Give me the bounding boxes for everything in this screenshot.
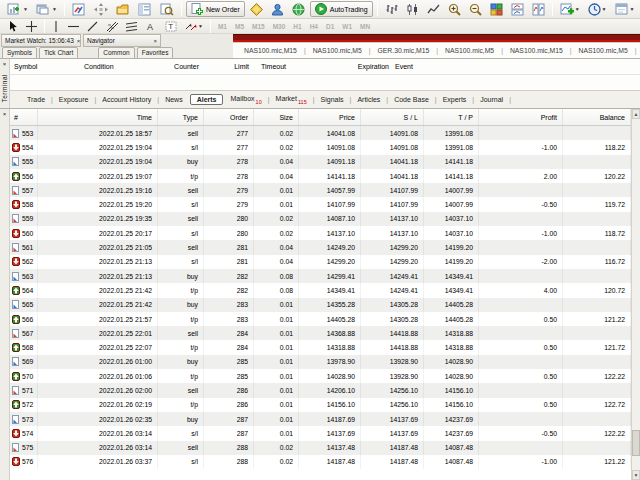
arrow-label-tool-button[interactable]: A [143,20,160,33]
metaeditor-button[interactable] [157,1,177,17]
terminal-tab-code-base[interactable]: Code Base [389,95,434,104]
terminal-tab-account-history[interactable]: Account History [97,95,156,104]
history-header-type[interactable]: Type [158,109,204,125]
history-row[interactable]: 5552022.01.25 19:04buy2780.0414091.18140… [10,155,631,169]
tile-windows-button[interactable] [487,1,506,17]
timeframe-w1-button[interactable]: W1 [338,23,356,30]
timeframe-m5-button[interactable]: M5 [231,23,248,30]
chart-tab[interactable]: NAS100.mic,M15 [238,47,303,54]
history-header-size[interactable]: Size [254,109,299,125]
history-row[interactable]: 5602022.01.25 20:17s/l2800.0214137.10141… [10,226,631,240]
chart-tab[interactable]: NAS100.mic,M5 [307,47,368,54]
terminal-tab-market[interactable]: Market115 [271,94,312,106]
timeframe-h1-button[interactable]: H1 [289,23,305,30]
tile-vertically-button[interactable] [529,1,548,17]
history-row[interactable]: 5712022.01.26 02:00sell2860.0114206.1014… [10,383,631,397]
autotrading-button[interactable]: AutoTrading [310,1,373,17]
strategy-tester-toggle-button[interactable] [135,1,155,17]
history-row[interactable]: 5642022.01.25 21:42t/p2820.0814349.41142… [10,283,631,297]
history-row[interactable]: 5662022.01.25 21:57t/p2830.0114405.28143… [10,312,631,326]
navigator-tab-favorites[interactable]: Favorites [137,47,174,58]
history-row[interactable]: 5732022.01.26 02:35buy2870.0114187.69141… [10,412,631,426]
history-row[interactable]: 5582022.01.25 19:20s/l2790.0114107.99141… [10,197,631,211]
mql5-button[interactable] [247,1,266,17]
history-row[interactable]: 5612022.01.25 21:05sell2810.0414249.2014… [10,240,631,254]
history-row[interactable]: 5672022.01.25 22:01sell2840.0114368.8814… [10,326,631,340]
history-header-tp[interactable]: T / P [424,109,479,125]
market-watch-toggle-button[interactable] [69,1,89,17]
terminal-tab-signals[interactable]: Signals [316,95,349,104]
scrollbar-thumb[interactable] [632,430,640,456]
chart-tab[interactable]: GER.30.mic,M15 [372,47,436,54]
market-watch-tab-symbols[interactable]: Symbols [2,47,37,58]
close-icon[interactable]: × [3,60,7,68]
chart-tab[interactable]: NAS100.mic,M5 [439,47,500,54]
tile-horizontally-button[interactable] [508,1,527,17]
history-row[interactable]: 5542022.01.25 19:04s/l2770.0214091.08140… [10,140,631,154]
line-chart-button[interactable] [424,1,443,17]
trendline-tool-button[interactable] [84,20,101,33]
fibonacci-tool-button[interactable] [103,20,121,33]
terminal-tab-alerts[interactable]: Alerts [190,94,224,105]
alerts-empty-list[interactable] [10,75,640,90]
scroll-up-icon[interactable]: ▲ [632,109,640,119]
close-icon[interactable]: × [3,110,7,118]
history-header-sl[interactable]: S / L [361,109,424,125]
close-icon[interactable]: × [77,38,81,44]
market-watch-tab-tick-chart[interactable]: Tick Chart [39,47,78,58]
navigator-toggle-button[interactable] [91,1,111,17]
scroll-down-icon[interactable]: ▼ [632,470,640,480]
chart-tab[interactable]: NAS100.mic,M5 [573,47,634,54]
website-button[interactable] [289,1,308,17]
terminal-tab-journal[interactable]: Journal [475,95,508,104]
indicators-button[interactable]: ▼ [557,1,583,17]
timeframe-m30-button[interactable]: M30 [269,23,290,30]
close-icon[interactable]: × [153,38,157,44]
timeframe-h4-button[interactable]: H4 [306,23,322,30]
terminal-tab-news[interactable]: News [160,95,188,104]
history-row[interactable]: 5632022.01.25 21:13buy2820.0814299.41142… [10,269,631,283]
candlestick-chart-button[interactable] [403,1,422,17]
history-row[interactable]: 5572022.01.25 19:16sell2790.0114057.9914… [10,183,631,197]
history-header-balance[interactable]: Balance [563,109,631,125]
new-order-button[interactable]: New Order [186,1,245,17]
history-row[interactable]: 5692022.01.26 01:00buy2850.0113978.90139… [10,355,631,369]
history-row[interactable]: 5702022.01.26 01:06t/p2850.0114028.90139… [10,369,631,383]
history-header-number[interactable]: # [10,109,38,125]
cursor-tool-button[interactable] [5,20,21,33]
history-header-order[interactable]: Order [204,109,254,125]
arrows-tool-button[interactable]: ▼ [182,20,206,33]
equidistant-channel-tool-button[interactable] [123,20,141,33]
history-row[interactable]: 5682022.01.25 22:07t/p2840.0114318.88144… [10,340,631,354]
text-label-tool-button[interactable]: T [162,20,180,33]
timeframe-mn-button[interactable]: MN [356,23,374,30]
history-row[interactable]: 5652022.01.25 21:42buy2830.0114355.28143… [10,298,631,312]
crosshair-tool-button[interactable] [23,20,40,33]
history-row[interactable]: 5562022.01.25 19:07t/p2780.0414141.18140… [10,169,631,183]
profiles-button[interactable]: ▼ [33,1,60,17]
history-header-price[interactable]: Price [299,109,361,125]
market-watch-titlebar[interactable]: Market Watch: 15:06:43 × [1,34,81,47]
bar-chart-button[interactable] [382,1,401,17]
terminal-tab-trade[interactable]: Trade [22,95,50,104]
history-row[interactable]: 5752022.01.26 03:14sell2880.0214137.4814… [10,441,631,455]
zoom-in-button[interactable] [445,1,464,17]
horizontal-line-tool-button[interactable] [65,20,82,33]
terminal-tab-mailbox[interactable]: Mailbox10 [225,94,266,106]
timeframe-d1-button[interactable]: D1 [322,23,338,30]
history-header-profit[interactable]: Profit [479,109,563,125]
vertical-line-tool-button[interactable] [49,20,63,33]
history-row[interactable]: 5532022.01.25 18:57sell2770.0214041.0814… [10,126,631,140]
history-row[interactable]: 5622022.01.25 21:13s/l2810.0414299.20142… [10,255,631,269]
navigator-titlebar[interactable]: Navigator × [83,34,161,47]
vertical-scrollbar[interactable]: ▲ ▼ [631,109,640,480]
chart-tab[interactable]: NAS100.mic,M15 [504,47,569,54]
periods-button[interactable]: ▼ [585,1,610,17]
timeframe-m15-button[interactable]: M15 [248,23,269,30]
terminal-toggle-button[interactable] [113,1,133,17]
history-row[interactable]: 5742022.01.26 03:14s/l2870.0114137.69141… [10,426,631,440]
history-row[interactable]: 5592022.01.25 19:35sell2800.0214087.1014… [10,212,631,226]
zoom-out-button[interactable] [466,1,485,17]
terminal-tab-articles[interactable]: Articles [352,95,385,104]
scrollbar-track[interactable] [632,119,640,470]
